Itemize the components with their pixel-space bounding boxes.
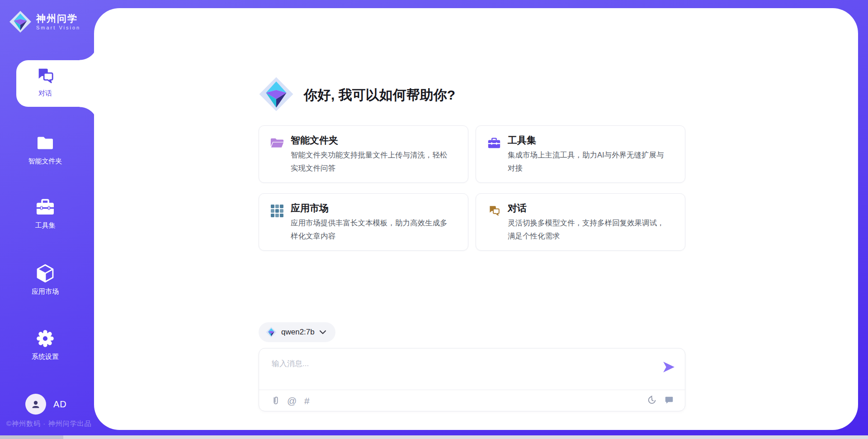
- message-composer: @ #: [259, 348, 685, 411]
- main-content: 你好, 我可以如何帮助你? 智能文件夹 智能文件夹功能支持批量文件上传与清洗，轻…: [259, 8, 685, 430]
- scrollbar-thumb[interactable]: [0, 435, 63, 439]
- card-toolset[interactable]: 工具集 集成市场上主流工具，助力AI与外界无缝扩展与对接: [476, 125, 685, 183]
- sidebar-item-label: 智能文件夹: [0, 157, 90, 166]
- main-panel: 你好, 我可以如何帮助你? 智能文件夹 智能文件夹功能支持批量文件上传与清洗，轻…: [94, 8, 858, 430]
- card-app-market[interactable]: 应用市场 应用市场提供丰富长文本模板，助力高效生成多样化文章内容: [259, 193, 468, 251]
- person-icon: [30, 399, 41, 410]
- card-title: 应用市场: [291, 202, 329, 215]
- sidebar-item-smart-folder[interactable]: 智能文件夹: [0, 133, 90, 166]
- sidebar-item-label: 工具集: [0, 221, 90, 230]
- card-desc: 集成市场上主流工具，助力AI与外界无缝扩展与对接: [508, 148, 671, 175]
- app-subtitle: Smart Vision: [36, 25, 80, 30]
- sidebar-item-chat-active[interactable]: 对话: [16, 60, 98, 107]
- topic-button[interactable]: #: [304, 396, 310, 406]
- history-icon: [647, 395, 657, 405]
- at-icon: @: [287, 396, 297, 406]
- send-icon: [662, 361, 675, 373]
- app-logo: 神州问学 Smart Vision: [9, 10, 80, 33]
- card-desc: 智能文件夹功能支持批量文件上传与清洗，轻松实现文件问答: [291, 148, 454, 175]
- sidebar-item-app-market[interactable]: 应用市场: [0, 263, 90, 296]
- chat-bubble-icon: [664, 395, 674, 405]
- message-input[interactable]: [271, 358, 648, 381]
- sidebar-item-toolset[interactable]: 工具集: [0, 197, 90, 230]
- sidebar-item-system-settings[interactable]: 系统设置: [0, 329, 90, 361]
- sidebar-item-label: 应用市场: [0, 287, 90, 296]
- copyright-footer: ©神州数码 · 神州问学出品: [6, 420, 91, 428]
- horizontal-scrollbar[interactable]: [0, 435, 868, 439]
- brand-diamond-icon: [9, 10, 32, 33]
- chat-icon: [36, 67, 55, 86]
- user-name: AD: [53, 399, 67, 410]
- attach-file-button[interactable]: [271, 395, 281, 408]
- model-selector[interactable]: qwen2:7b: [259, 322, 335, 342]
- brand-diamond-icon: [259, 74, 294, 115]
- sidebar-item-label: 系统设置: [0, 353, 90, 361]
- send-button[interactable]: [662, 361, 675, 373]
- paperclip-icon: [271, 395, 281, 406]
- card-smart-folder[interactable]: 智能文件夹 智能文件夹功能支持批量文件上传与清洗，轻松实现文件问答: [259, 125, 468, 183]
- feature-cards: 智能文件夹 智能文件夹功能支持批量文件上传与清洗，轻松实现文件问答 工具集 集成…: [259, 125, 685, 251]
- sidebar-item-label: 对话: [27, 89, 63, 98]
- model-name: qwen2:7b: [281, 328, 315, 337]
- folder-icon: [35, 133, 55, 153]
- briefcase-icon: [487, 137, 501, 149]
- card-desc: 灵活切换多模型文件，支持多样回复效果调试，满足个性化需求: [508, 216, 671, 243]
- user-profile[interactable]: AD: [25, 394, 67, 415]
- mention-button[interactable]: @: [287, 396, 297, 406]
- card-title: 工具集: [508, 134, 536, 147]
- open-folder-icon: [270, 137, 284, 149]
- toolbox-icon: [35, 197, 56, 217]
- model-logo-icon: [266, 326, 277, 338]
- card-title: 智能文件夹: [291, 134, 338, 147]
- hash-icon: #: [304, 396, 310, 406]
- gear-icon: [35, 329, 56, 348]
- card-chat[interactable]: 对话 灵活切换多模型文件，支持多样回复效果调试，满足个性化需求: [476, 193, 685, 251]
- chat-icon: [487, 205, 501, 217]
- cube-icon: [35, 263, 55, 283]
- card-desc: 应用市场提供丰富长文本模板，助力高效生成多样化文章内容: [291, 216, 454, 243]
- greeting-title: 你好, 我可以如何帮助你?: [304, 86, 455, 105]
- feedback-button[interactable]: [664, 395, 674, 407]
- card-title: 对话: [508, 202, 527, 215]
- app-title: 神州问学: [36, 13, 80, 24]
- avatar: [25, 394, 46, 415]
- chevron-down-icon: [319, 330, 326, 334]
- composer-divider: [259, 390, 685, 390]
- grid-icon: [270, 205, 284, 217]
- history-button[interactable]: [647, 395, 657, 407]
- app-root: 你好, 我可以如何帮助你? 智能文件夹 智能文件夹功能支持批量文件上传与清洗，轻…: [0, 0, 868, 439]
